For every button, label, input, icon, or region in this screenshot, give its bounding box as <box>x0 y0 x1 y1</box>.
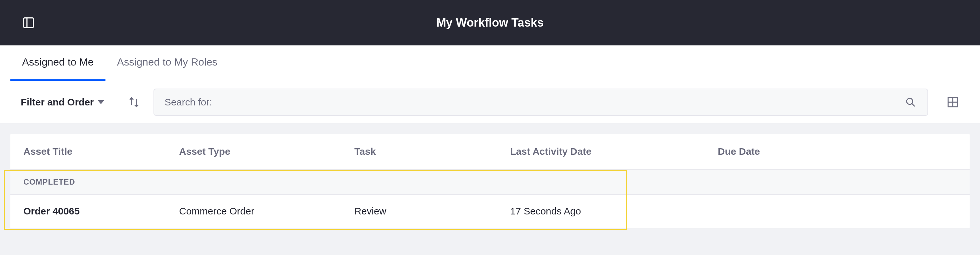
column-header-task[interactable]: Task <box>354 146 510 157</box>
cell-task: Review <box>354 206 510 217</box>
sidebar-toggle-button[interactable] <box>21 15 37 30</box>
cell-asset-title: Order 40065 <box>10 206 179 217</box>
cell-asset-type: Commerce Order <box>179 206 354 217</box>
tabs-bar: Assigned to Me Assigned to My Roles <box>0 45 980 81</box>
svg-rect-0 <box>24 18 33 27</box>
caret-down-icon <box>98 100 104 104</box>
tab-assigned-to-my-roles[interactable]: Assigned to My Roles <box>105 45 229 81</box>
column-header-asset-title[interactable]: Asset Title <box>10 146 179 157</box>
group-label: COMPLETED <box>23 177 75 186</box>
tab-label: Assigned to Me <box>22 56 94 68</box>
page-title: My Workflow Tasks <box>436 16 544 30</box>
search-icon <box>905 97 916 107</box>
tasks-table: Asset Title Asset Type Task Last Activit… <box>10 134 970 228</box>
panel-left-icon <box>22 16 35 29</box>
search-field-wrapper <box>153 89 928 116</box>
search-input[interactable] <box>164 97 904 108</box>
grid-icon <box>947 96 959 108</box>
group-header-completed: COMPLETED <box>10 170 970 194</box>
tab-label: Assigned to My Roles <box>117 56 217 68</box>
page-header: My Workflow Tasks <box>0 0 980 45</box>
filter-order-label: Filter and Order <box>21 97 94 108</box>
tab-assigned-to-me[interactable]: Assigned to Me <box>10 45 105 81</box>
search-button[interactable] <box>904 96 917 109</box>
column-header-last-activity[interactable]: Last Activity Date <box>510 146 718 157</box>
column-header-due-date[interactable]: Due Date <box>718 146 970 157</box>
sort-toggle-button[interactable] <box>125 93 143 111</box>
svg-line-3 <box>912 104 915 106</box>
sort-arrows-icon <box>128 96 140 108</box>
toolbar: Filter and Order <box>0 81 980 123</box>
filter-and-order-button[interactable]: Filter and Order <box>10 97 115 108</box>
column-header-asset-type[interactable]: Asset Type <box>179 146 354 157</box>
view-mode-button[interactable] <box>943 93 962 111</box>
cell-last-activity: 17 Seconds Ago <box>510 206 718 217</box>
content-area: Asset Title Asset Type Task Last Activit… <box>0 123 980 239</box>
table-row[interactable]: Order 40065 Commerce Order Review 17 Sec… <box>10 194 970 228</box>
table-header-row: Asset Title Asset Type Task Last Activit… <box>10 134 970 170</box>
